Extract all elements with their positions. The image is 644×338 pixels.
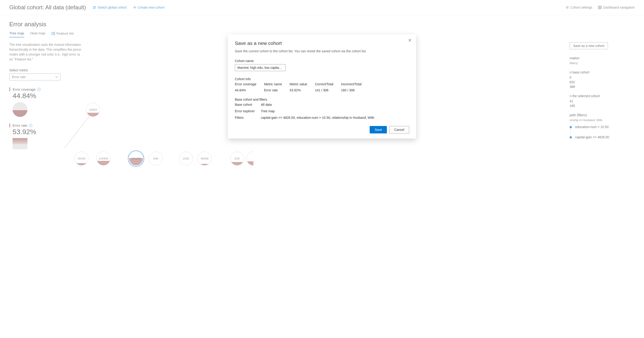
cohort-name-label: Cohort name — [235, 59, 409, 63]
val-incorrect-total: 165 / 306 — [341, 88, 365, 92]
val-metric-name: Error rate — [264, 88, 286, 92]
modal-title: Save as a new cohort — [235, 40, 409, 46]
kv-base-cohort-val: All data — [261, 103, 409, 106]
kv-error-explorer-val: Tree map — [261, 109, 409, 113]
cohort-name-input[interactable] — [235, 64, 286, 71]
val-metric-value: 53.92% — [290, 88, 311, 92]
modal-description: Save the current cohort to the cohort li… — [235, 49, 409, 53]
col-metric-value: Metric value — [290, 82, 311, 86]
base-cohort-filters-table: Base cohort All data Error explorer Tree… — [235, 103, 409, 120]
cancel-button[interactable]: Cancel — [389, 126, 409, 134]
save-cohort-modal: Save as a new cohort Save the current co… — [228, 34, 416, 138]
cohort-info-table: Error coverage Metric name Metric value … — [235, 82, 365, 92]
col-error-coverage: Error coverage — [235, 82, 260, 86]
kv-filters-key: Filters — [235, 116, 261, 120]
col-metric-name: Metric name — [264, 82, 286, 86]
kv-filters-val: capital-gain <= 4826.00, education-num >… — [261, 116, 409, 120]
kv-base-cohort-key: Base cohort — [235, 103, 261, 106]
kv-error-explorer-key: Error explorer — [235, 109, 261, 113]
cohort-info-label: Cohort info — [235, 77, 409, 81]
save-button[interactable]: Save — [370, 126, 387, 134]
col-correct-total: Correct/Total — [315, 82, 337, 86]
modal-footer: Save Cancel — [235, 126, 409, 134]
base-cohort-filters-label: Base cohort and filters — [235, 98, 409, 101]
val-correct-total: 141 / 306 — [315, 88, 337, 92]
close-icon — [408, 38, 412, 42]
val-error-coverage: 44.84% — [235, 88, 260, 92]
col-incorrect-total: Incorrect/Total — [341, 82, 365, 86]
close-button[interactable] — [408, 38, 412, 43]
